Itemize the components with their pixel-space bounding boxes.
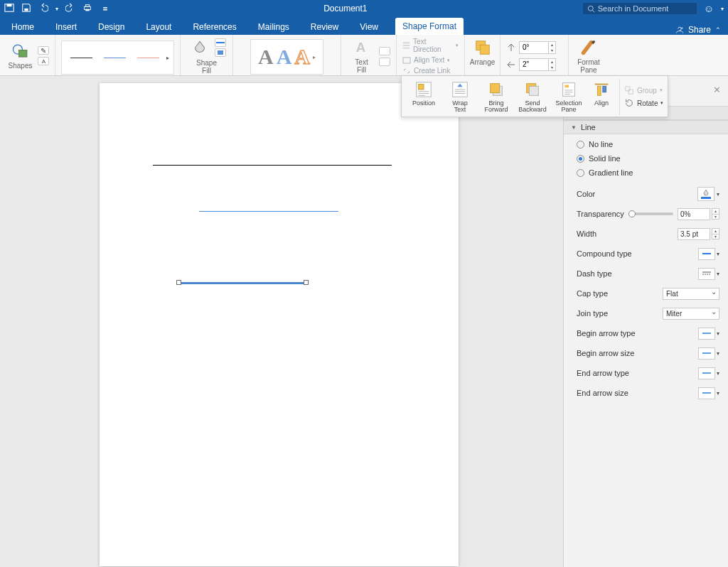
selection-pane-button[interactable]: Selection Pane (551, 79, 587, 115)
dash-type-button[interactable] (698, 268, 715, 280)
redo-icon[interactable] (65, 3, 75, 15)
wordart-style-3[interactable]: A (294, 45, 310, 69)
radio-gradient-line[interactable]: Gradient line (577, 168, 719, 177)
label-end-arrow-size: End arrow size (577, 389, 628, 397)
align-button[interactable]: Align (587, 79, 616, 115)
svg-rect-16 (480, 45, 489, 54)
label-begin-arrow-size: Begin arrow size (577, 349, 634, 357)
join-type-select[interactable]: Miter (663, 308, 719, 320)
feedback-menu-icon[interactable]: ▾ (721, 6, 724, 12)
shape-effects-button[interactable] (215, 48, 226, 57)
tab-references[interactable]: References (188, 19, 240, 35)
collapse-ribbon-icon[interactable]: ⌃ (715, 26, 721, 33)
height-input[interactable]: ▴▾ (519, 58, 556, 71)
feedback-icon[interactable]: ☺ (704, 3, 714, 14)
svg-rect-25 (564, 85, 569, 88)
style-preset-2[interactable] (104, 58, 126, 58)
svg-rect-21 (491, 84, 500, 93)
create-link-button[interactable]: Create Link (402, 67, 450, 75)
shape-line-1[interactable] (153, 165, 392, 166)
svg-rect-5 (85, 9, 89, 11)
label-end-arrow-type: End arrow type (577, 369, 629, 377)
radio-solid-line[interactable]: Solid line (577, 154, 719, 163)
position-button[interactable]: Position (406, 79, 441, 115)
wordart-style-1[interactable]: A (258, 45, 274, 69)
search-input[interactable]: Search in Document (583, 3, 697, 14)
shape-outline-button[interactable] (215, 38, 226, 47)
begin-arrow-size-button[interactable] (698, 347, 715, 360)
text-fill-group: A Text Fill (341, 35, 397, 75)
text-outline-button[interactable] (379, 47, 390, 55)
text-effects-button[interactable] (379, 58, 390, 66)
tab-home[interactable]: Home (7, 19, 38, 35)
dropdown-icon[interactable]: ▾ (55, 6, 58, 12)
tab-design[interactable]: Design (94, 19, 129, 35)
arrange-button[interactable]: Arrange (467, 37, 498, 68)
close-pane-icon[interactable]: ✕ (713, 85, 721, 95)
color-picker-button[interactable] (697, 187, 714, 201)
bring-forward-button[interactable]: Bring Forward (478, 79, 514, 115)
arrange-group: Arrange (465, 35, 500, 75)
text-fill-button[interactable]: A Text Fill (347, 37, 376, 75)
svg-rect-1 (7, 4, 12, 6)
autosave-icon[interactable] (4, 3, 14, 15)
share-button[interactable]: + Share ⌃ (675, 25, 721, 35)
transparency-input[interactable]: 0% (678, 208, 710, 220)
style-preset-3[interactable] (137, 58, 159, 58)
svg-rect-12 (218, 50, 223, 55)
tab-insert[interactable]: Insert (51, 19, 81, 35)
customize-qat-icon[interactable]: 〓 (102, 5, 108, 13)
wordart-more-icon[interactable]: ▸ (313, 54, 316, 60)
tab-mailings[interactable]: Mailings (254, 19, 294, 35)
text-box-button[interactable]: A (38, 57, 49, 65)
compound-type-button[interactable] (698, 248, 715, 260)
resize-handle-right[interactable] (304, 280, 309, 285)
wordart-style-2[interactable]: A (277, 45, 292, 69)
width-input[interactable]: 3.5 pt (678, 228, 710, 240)
undo-icon[interactable] (38, 3, 48, 15)
workspace: ✕ ▶Fill ▼Line No line Solid line Gradien… (0, 76, 728, 567)
tab-review[interactable]: Review (306, 19, 343, 35)
search-placeholder: Search in Document (598, 4, 669, 13)
style-preset-1[interactable] (70, 58, 92, 58)
tab-shape-format[interactable]: Shape Format (395, 18, 464, 35)
format-pane-button[interactable]: Format Pane (574, 37, 603, 75)
document-canvas[interactable] (0, 76, 563, 567)
label-width: Width (577, 230, 596, 238)
label-dash: Dash type (577, 269, 612, 278)
width-stepper[interactable]: ▴▾ (712, 228, 719, 239)
cap-type-select[interactable]: Flat (663, 288, 719, 300)
tab-view[interactable]: View (355, 19, 382, 35)
text-direction-button[interactable]: Text Direction ▾ (402, 38, 459, 53)
rotate-button[interactable]: Rotate ▾ (624, 98, 663, 108)
tab-layout[interactable]: Layout (141, 19, 176, 35)
transparency-slider[interactable] (628, 212, 673, 215)
end-arrow-type-button[interactable] (698, 367, 715, 379)
label-begin-arrow-type: Begin arrow type (577, 329, 636, 338)
svg-rect-18 (419, 85, 424, 90)
shape-fill-button[interactable] (188, 37, 212, 58)
transparency-stepper[interactable]: ▴▾ (712, 208, 719, 220)
print-icon[interactable] (82, 3, 92, 15)
send-backward-button[interactable]: Send Backward (515, 79, 550, 115)
resize-handle-left[interactable] (176, 280, 181, 285)
begin-arrow-type-button[interactable] (698, 328, 715, 340)
group-button[interactable]: Group ▾ (624, 85, 663, 95)
section-line[interactable]: ▼Line (564, 120, 728, 134)
wrap-text-button[interactable]: Wrap Text (442, 79, 478, 115)
end-arrow-size-button[interactable] (698, 387, 715, 399)
edit-shape-button[interactable]: ✎ (38, 46, 49, 55)
shapes-button[interactable]: Shapes (6, 40, 36, 71)
shape-line-2[interactable] (199, 211, 338, 212)
save-icon[interactable] (21, 3, 31, 15)
align-text-button[interactable]: Align Text ▾ (402, 56, 450, 64)
styles-more-icon[interactable]: ▸ (166, 55, 169, 61)
shape-line-3-selected[interactable] (179, 282, 306, 284)
svg-text:+: + (680, 26, 683, 30)
page (100, 83, 459, 566)
rotation-input[interactable]: ▴▾ (519, 41, 556, 54)
svg-rect-29 (628, 90, 633, 94)
radio-no-line[interactable]: No line (577, 140, 719, 148)
shape-fill-group: Shape Fill (181, 35, 233, 75)
label-transparency: Transparency (577, 210, 624, 218)
